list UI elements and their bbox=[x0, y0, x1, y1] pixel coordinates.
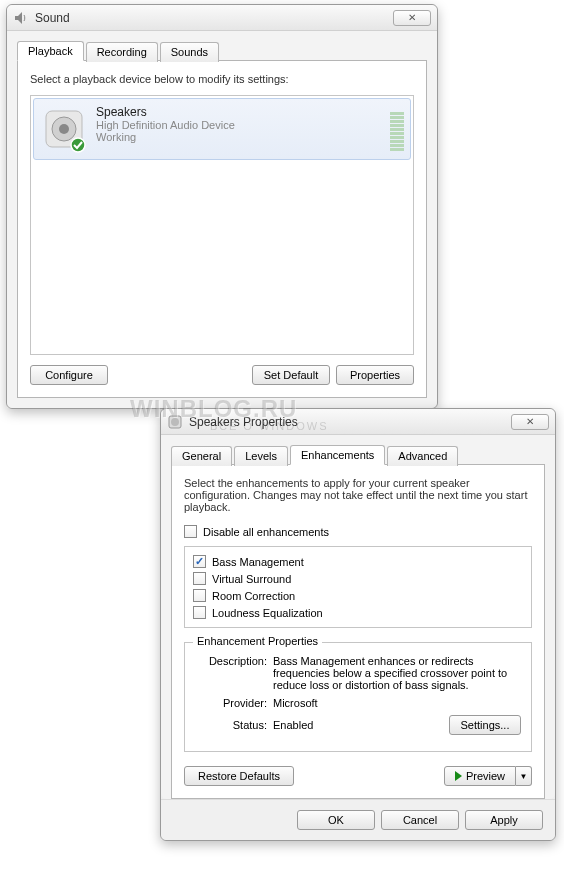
tab-enhancements[interactable]: Enhancements bbox=[290, 445, 385, 465]
disable-all-label: Disable all enhancements bbox=[203, 526, 329, 538]
speaker-icon bbox=[167, 414, 183, 430]
enh-label: Loudness Equalization bbox=[212, 607, 323, 619]
sound-button-row: Configure Set Default Properties bbox=[30, 365, 414, 385]
vu-meter bbox=[390, 105, 404, 153]
enh-room-correction[interactable]: Room Correction bbox=[193, 587, 523, 604]
device-info: Speakers High Definition Audio Device Wo… bbox=[96, 105, 390, 153]
sound-instruction: Select a playback device below to modify… bbox=[30, 73, 414, 85]
enh-bass-management[interactable]: Bass Management bbox=[193, 553, 523, 570]
provider-label: Provider: bbox=[195, 697, 273, 709]
svg-point-2 bbox=[59, 124, 69, 134]
preview-label: Preview bbox=[466, 770, 505, 782]
device-name: Speakers bbox=[96, 105, 390, 119]
close-icon[interactable]: ✕ bbox=[393, 10, 431, 26]
description-value: Bass Management enhances or redirects fr… bbox=[273, 655, 521, 691]
props-body: General Levels Enhancements Advanced Sel… bbox=[161, 435, 555, 799]
ok-button[interactable]: OK bbox=[297, 810, 375, 830]
tab-playback[interactable]: Playback bbox=[17, 41, 84, 61]
props-titlebar[interactable]: Speakers Properties ✕ bbox=[161, 409, 555, 435]
svg-point-3 bbox=[71, 138, 85, 152]
checkbox[interactable] bbox=[193, 606, 206, 619]
sound-titlebar[interactable]: Sound ✕ bbox=[7, 5, 437, 31]
sound-title: Sound bbox=[35, 11, 393, 25]
props-tabpanel: Select the enhancements to apply for you… bbox=[171, 464, 545, 799]
sound-body: Playback Recording Sounds Select a playb… bbox=[7, 31, 437, 408]
checkbox[interactable] bbox=[193, 572, 206, 585]
properties-button[interactable]: Properties bbox=[336, 365, 414, 385]
device-speaker-icon bbox=[40, 105, 88, 153]
sound-window: Sound ✕ Playback Recording Sounds Select… bbox=[6, 4, 438, 409]
preview-dropdown[interactable]: ▼ bbox=[516, 766, 532, 786]
sound-tabpanel: Select a playback device below to modify… bbox=[17, 60, 427, 398]
dialog-footer: OK Cancel Apply bbox=[161, 799, 555, 840]
enh-label: Room Correction bbox=[212, 590, 295, 602]
device-sub: High Definition Audio Device bbox=[96, 119, 390, 131]
tab-sounds[interactable]: Sounds bbox=[160, 42, 219, 62]
speaker-icon bbox=[13, 10, 29, 26]
checkbox[interactable] bbox=[193, 589, 206, 602]
props-title: Speakers Properties bbox=[189, 415, 511, 429]
tab-advanced[interactable]: Advanced bbox=[387, 446, 458, 466]
configure-button[interactable]: Configure bbox=[30, 365, 108, 385]
enh-label: Virtual Surround bbox=[212, 573, 291, 585]
status-label: Status: bbox=[195, 719, 273, 731]
cancel-button[interactable]: Cancel bbox=[381, 810, 459, 830]
device-list[interactable]: Speakers High Definition Audio Device Wo… bbox=[30, 95, 414, 355]
disable-all-row[interactable]: Disable all enhancements bbox=[184, 523, 532, 540]
disable-all-checkbox[interactable] bbox=[184, 525, 197, 538]
enhancements-list: Bass Management Virtual Surround Room Co… bbox=[184, 546, 532, 628]
tab-footer: Restore Defaults Preview ▼ bbox=[184, 766, 532, 786]
props-instruction: Select the enhancements to apply for you… bbox=[184, 477, 532, 513]
set-default-button[interactable]: Set Default bbox=[252, 365, 330, 385]
tab-levels[interactable]: Levels bbox=[234, 446, 288, 466]
restore-defaults-button[interactable]: Restore Defaults bbox=[184, 766, 294, 786]
description-label: Description: bbox=[195, 655, 273, 691]
device-item-speakers[interactable]: Speakers High Definition Audio Device Wo… bbox=[33, 98, 411, 160]
props-tabs: General Levels Enhancements Advanced bbox=[171, 445, 545, 465]
provider-value: Microsoft bbox=[273, 697, 521, 709]
preview-button[interactable]: Preview bbox=[444, 766, 516, 786]
enh-loudness-equalization[interactable]: Loudness Equalization bbox=[193, 604, 523, 621]
status-value: Enabled bbox=[273, 719, 449, 731]
sound-tabs: Playback Recording Sounds bbox=[17, 41, 427, 61]
enhancement-properties-group: Enhancement Properties Description: Bass… bbox=[184, 642, 532, 752]
speakers-properties-window: Speakers Properties ✕ General Levels Enh… bbox=[160, 408, 556, 841]
close-icon[interactable]: ✕ bbox=[511, 414, 549, 430]
tab-recording[interactable]: Recording bbox=[86, 42, 158, 62]
tab-general[interactable]: General bbox=[171, 446, 232, 466]
preview-split-button[interactable]: Preview ▼ bbox=[444, 766, 532, 786]
device-status: Working bbox=[96, 131, 390, 143]
play-icon bbox=[455, 771, 462, 781]
group-title: Enhancement Properties bbox=[193, 635, 322, 647]
svg-point-5 bbox=[171, 418, 179, 426]
enh-label: Bass Management bbox=[212, 556, 304, 568]
settings-button[interactable]: Settings... bbox=[449, 715, 521, 735]
enh-virtual-surround[interactable]: Virtual Surround bbox=[193, 570, 523, 587]
apply-button[interactable]: Apply bbox=[465, 810, 543, 830]
checkbox[interactable] bbox=[193, 555, 206, 568]
